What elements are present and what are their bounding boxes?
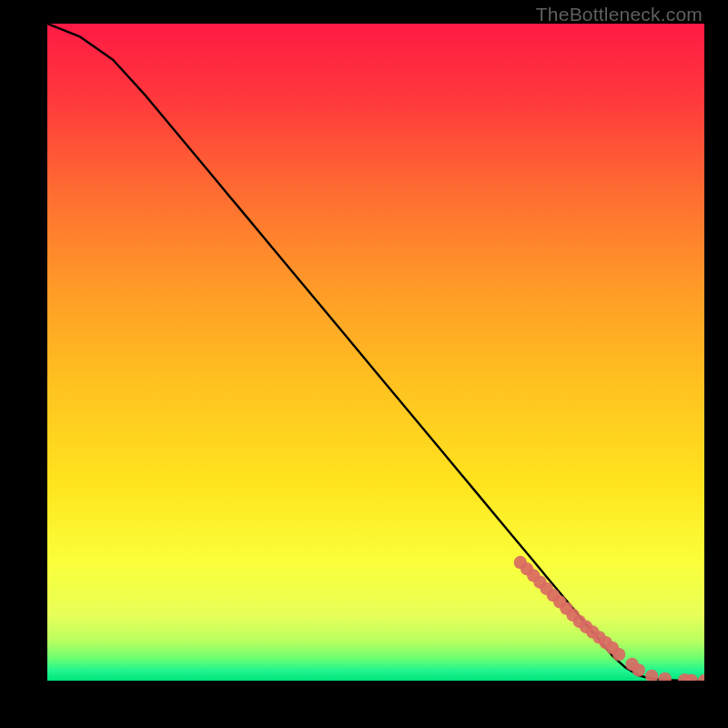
data-curve	[47, 24, 704, 681]
chart-stage: TheBottleneck.com	[0, 0, 728, 728]
plot-area	[47, 24, 704, 681]
watermark-text: TheBottleneck.com	[536, 4, 703, 25]
data-marker	[612, 648, 625, 661]
data-marker	[658, 672, 671, 681]
data-marker	[645, 670, 658, 681]
data-marker	[632, 663, 645, 676]
data-marker	[698, 674, 704, 681]
